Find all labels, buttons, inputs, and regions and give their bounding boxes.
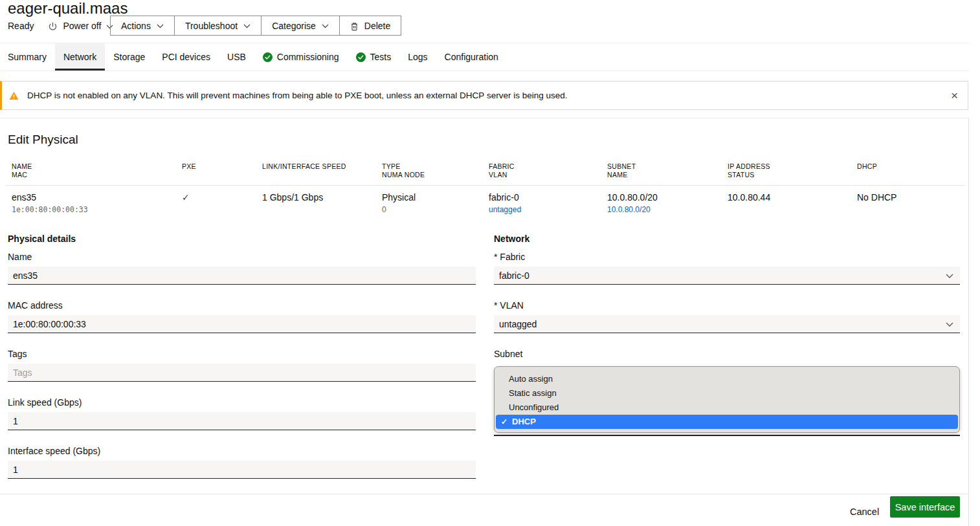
power-menu-button[interactable]: Power off	[48, 21, 113, 32]
chevron-down-icon	[243, 24, 251, 28]
tab-storage[interactable]: Storage	[105, 43, 153, 71]
machine-tabbar: Summary Network Storage PCI devices USB …	[0, 43, 969, 71]
section-heading: Network	[494, 234, 960, 244]
vlan-select-value: untagged	[499, 319, 537, 329]
subnet-option-static-assign[interactable]: Static assign	[495, 386, 959, 400]
interface-table: NAMEMAC PXE LINK/INTERFACE SPEED TYPENUM…	[5, 161, 964, 215]
name-field[interactable]	[8, 267, 476, 285]
troubleshoot-menu-button[interactable]: Troubleshoot	[175, 16, 262, 35]
col-ip-status: STATUS	[728, 171, 857, 179]
col-dhcp: DHCP	[857, 162, 958, 170]
interface-table-header: NAMEMAC PXE LINK/INTERFACE SPEED TYPENUM…	[5, 161, 964, 186]
tab-tests[interactable]: Tests	[348, 43, 400, 71]
tab-usb[interactable]: USB	[219, 43, 254, 71]
pxe-check-icon: ✓	[182, 192, 262, 203]
actions-menu-button[interactable]: Actions	[111, 16, 175, 35]
interface-fabric: fabric-0	[489, 192, 607, 203]
footer-divider	[0, 494, 969, 494]
link-speed-label: Link speed (Gbps)	[8, 397, 476, 408]
col-type: TYPE	[382, 162, 489, 170]
tab-label: Configuration	[445, 52, 498, 62]
vlan-select[interactable]: untagged	[494, 315, 960, 333]
tags-label: Tags	[8, 349, 476, 359]
tab-label: PCI devices	[162, 52, 210, 62]
col-subnet: SUBNET	[607, 162, 728, 170]
interface-mac: 1e:00:80:00:00:33	[12, 205, 182, 215]
tags-field[interactable]	[8, 364, 476, 382]
categorise-menu-label: Categorise	[272, 21, 316, 31]
save-interface-button[interactable]: Save interface	[890, 496, 960, 518]
warning-icon	[9, 91, 19, 100]
interface-dhcp: No DHCP	[857, 192, 958, 203]
vlan-label: * VLAN	[494, 300, 960, 311]
success-check-icon	[263, 52, 273, 62]
interface-numa: 0	[382, 205, 489, 215]
subnet-option-unconfigured[interactable]: Unconfigured	[495, 400, 959, 415]
tab-logs[interactable]: Logs	[399, 43, 436, 71]
interface-speed-field[interactable]	[8, 461, 476, 479]
fabric-label: * Fabric	[494, 252, 960, 262]
subnet-option-auto-assign[interactable]: Auto assign	[495, 372, 959, 386]
interface-subnet: 10.0.80.0/20	[607, 192, 728, 203]
interface-row: ens351e:00:80:00:00:33 ✓ 1 Gbps/1 Gbps P…	[5, 186, 964, 215]
col-speed: LINK/INTERFACE SPEED	[262, 162, 382, 170]
interface-speed: 1 Gbps/1 Gbps	[262, 192, 382, 203]
cancel-button[interactable]: Cancel	[843, 501, 885, 522]
delete-button-label: Delete	[364, 21, 390, 31]
tab-label: Summary	[8, 52, 47, 62]
troubleshoot-menu-label: Troubleshoot	[185, 21, 238, 31]
col-numa: NUMA NODE	[382, 171, 489, 179]
chevron-down-icon	[946, 274, 953, 279]
power-menu-label: Power off	[63, 21, 101, 31]
physical-details-section: Physical details Name MAC address Tags L…	[8, 234, 476, 494]
delete-button[interactable]: Delete	[340, 16, 401, 35]
tab-label: USB	[227, 52, 246, 62]
tab-label: Logs	[408, 52, 427, 62]
subnet-link[interactable]: 10.0.80.0/20	[607, 205, 651, 214]
success-check-icon	[356, 52, 366, 62]
interface-ip: 10.0.80.44	[728, 192, 857, 203]
name-label: Name	[8, 252, 476, 262]
tab-commissioning[interactable]: Commissioning	[254, 43, 348, 71]
mac-address-label: MAC address	[8, 300, 476, 311]
trash-icon	[350, 22, 359, 31]
link-speed-field[interactable]	[8, 412, 476, 430]
interface-name: ens35	[12, 192, 182, 203]
categorise-menu-button[interactable]: Categorise	[262, 16, 340, 35]
chevron-down-icon	[157, 24, 164, 28]
power-icon	[48, 22, 58, 32]
col-ip: IP ADDRESS	[728, 162, 857, 170]
col-vlan: VLAN	[489, 171, 607, 179]
tab-label: Network	[63, 52, 96, 62]
dhcp-warning-banner: DHCP is not enabled on any VLAN. This wi…	[0, 81, 968, 110]
interface-speed-label: Interface speed (Gbps)	[8, 446, 476, 456]
tab-label: Commissioning	[277, 52, 339, 62]
fabric-select-value: fabric-0	[499, 270, 529, 281]
chevron-down-icon	[322, 24, 329, 28]
tab-summary[interactable]: Summary	[0, 43, 55, 71]
tab-network[interactable]: Network	[55, 43, 105, 71]
network-section: Network * Fabric fabric-0 * VLAN untagge…	[494, 234, 960, 375]
panel-title: Edit Physical	[8, 133, 78, 147]
tab-label: Tests	[370, 52, 392, 62]
fabric-select[interactable]: fabric-0	[494, 267, 960, 285]
machine-actions-group: Actions Troubleshoot Categorise Delete	[110, 16, 401, 36]
tab-label: Storage	[113, 52, 145, 62]
interface-type: Physical	[382, 192, 489, 203]
col-mac: MAC	[12, 171, 182, 179]
subnet-label: Subnet	[494, 349, 960, 359]
tab-pci-devices[interactable]: PCI devices	[153, 43, 219, 71]
subnet-select-underline	[494, 435, 960, 436]
section-heading: Physical details	[8, 234, 476, 244]
mac-address-field[interactable]	[8, 315, 476, 333]
edit-physical-panel: Edit Physical NAMEMAC PXE LINK/INTERFACE…	[0, 118, 969, 526]
chevron-down-icon	[946, 322, 953, 327]
col-name: NAME	[12, 162, 182, 170]
close-icon[interactable]: ×	[951, 89, 958, 102]
machine-status: Ready	[8, 21, 34, 31]
vlan-link[interactable]: untagged	[489, 205, 521, 214]
subnet-option-dhcp[interactable]: ✓ DHCP	[496, 415, 958, 429]
tab-configuration[interactable]: Configuration	[436, 43, 507, 71]
subnet-dropdown-menu: Auto assign Static assign Unconfigured ✓…	[494, 366, 960, 433]
col-subnet-name: NAME	[607, 171, 728, 179]
